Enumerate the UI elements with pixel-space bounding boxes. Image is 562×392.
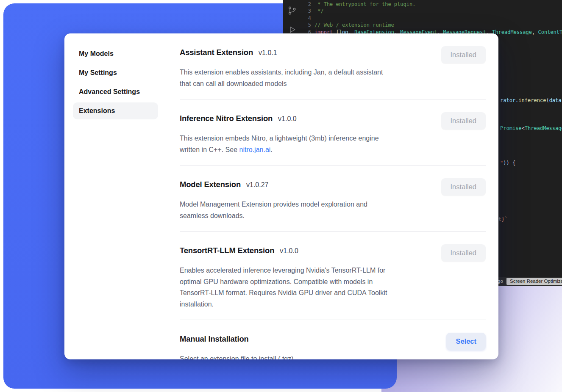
installed-button[interactable]: Installed [441, 46, 486, 63]
description-text: This extension embeds Nitro, a lightweig… [180, 135, 379, 153]
code-fragment: t}` [498, 216, 508, 223]
code-line: */ [314, 8, 562, 14]
code-line: // Web / extension runtime [314, 22, 562, 28]
source-control-icon[interactable] [287, 6, 297, 16]
manual-installation-section: Manual Installation Select Select an ext… [180, 320, 486, 359]
extension-description: Enables accelerated inference leveraging… [180, 265, 436, 310]
editor-line-numbers: 23456 [301, 1, 314, 36]
extension-version: v1.0.0 [278, 115, 297, 123]
extension-description: Model Management Extension provides mode… [180, 199, 436, 221]
settings-card: My Models My Settings Advanced Settings … [64, 33, 498, 359]
installed-button[interactable]: Installed [441, 178, 486, 196]
extension-version: v1.0.0 [280, 247, 298, 255]
extension-version: v1.0.27 [246, 181, 268, 189]
extension-title: Inference Nitro Extension [180, 112, 273, 125]
sidebar-item-my-settings[interactable]: My Settings [73, 64, 158, 81]
extension-section-assistant: Assistant Extension v1.0.1 Installed Thi… [180, 33, 486, 99]
description-text: . [270, 146, 272, 153]
extension-section-model: Model Extension v1.0.27 Installed Model … [180, 166, 486, 232]
manual-installation-description: Select an extension file to install (.tg… [180, 353, 436, 359]
code-fragment: rator.inference(data)); [500, 97, 562, 104]
extension-description: This extension enables assistants, inclu… [180, 67, 436, 89]
extension-title: Model Extension [180, 178, 241, 191]
sidebar-item-advanced-settings[interactable]: Advanced Settings [73, 83, 158, 100]
screen-reader-badge[interactable]: Screen Reader Optimized [506, 278, 562, 285]
code-fragment: Promise<ThreadMessage> [500, 125, 562, 132]
sidebar-item-my-models[interactable]: My Models [73, 45, 158, 62]
nitro-jan-ai-link[interactable]: nitro.jan.ai [239, 146, 271, 153]
settings-sidebar: My Models My Settings Advanced Settings … [64, 33, 165, 359]
extension-version: v1.0.1 [259, 49, 277, 57]
extension-title: TensortRT-LLM Extension [180, 244, 274, 257]
extension-section-tensorrt: TensortRT-LLM Extension v1.0.0 Installed… [180, 232, 486, 320]
extension-description: This extension embeds Nitro, a lightweig… [180, 133, 436, 155]
editor-code: * The entrypoint for the plugin. */ // W… [314, 1, 562, 36]
extensions-list: Assistant Extension v1.0.1 Installed Thi… [165, 33, 498, 359]
code-fragment: ")) { [500, 160, 515, 166]
installed-button[interactable]: Installed [441, 244, 486, 262]
select-button[interactable]: Select [446, 333, 486, 350]
code-line: * The entrypoint for the plugin. [314, 1, 562, 8]
installed-button[interactable]: Installed [441, 112, 486, 130]
extension-section-nitro: Inference Nitro Extension v1.0.0 Install… [180, 99, 486, 166]
manual-installation-title: Manual Installation [180, 333, 249, 345]
code-line [314, 15, 562, 22]
sidebar-item-extensions[interactable]: Extensions [73, 102, 158, 119]
extension-title: Assistant Extension [180, 46, 253, 59]
